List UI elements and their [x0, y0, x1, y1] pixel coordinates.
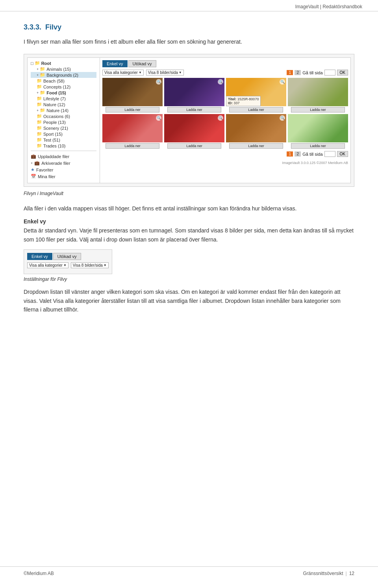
tree-item: 📁 Lifestyle (7): [31, 96, 96, 101]
thumbnail[interactable]: 🔍: [164, 114, 224, 142]
perpage-dropdown[interactable]: Visa 8 bilder/sida ▼: [146, 70, 184, 76]
tree-root: □ 📁 Root: [31, 60, 96, 66]
ok-button[interactable]: OK: [337, 70, 348, 76]
special-item-uploads: 💼 Uppladdade filer: [31, 153, 96, 160]
ss-pagination-top: 1 2 Gå till sida OK: [287, 70, 348, 76]
special-item-favorites: ★ Favoriter: [31, 166, 96, 173]
settings-tab-enkel[interactable]: Enkel vy: [27, 253, 52, 260]
zoom-icon: 🔍: [156, 79, 161, 85]
settings-tab-utokad[interactable]: Utökad vy: [53, 253, 81, 260]
page-btn-2[interactable]: 2: [295, 70, 301, 75]
zoom-icon: 🔍: [218, 79, 223, 85]
special-item-myfiles: 📅 Mina filer: [31, 173, 96, 180]
header-title: ImageVault | Redaktörshandbok: [295, 4, 362, 9]
thumbnail[interactable]: 🔍: [226, 114, 286, 142]
footer-right: Gränssnittsöversikt | 12: [303, 571, 354, 576]
tree-item: + 📁 Animals (15): [31, 66, 96, 72]
settings-caption: Inställningar för Filvy: [24, 276, 354, 282]
special-item-archived: + 💼 Arkiverade filer: [31, 160, 96, 166]
enkel-vy-heading: Enkel vy: [24, 218, 354, 225]
pagination-bottom: 1 2 Gå till sida OK: [287, 151, 348, 157]
main-screenshot: □ 📁 Root + 📁 Animals (15) + 📁 Background…: [24, 54, 354, 187]
footer-left: ©Meridium AB: [24, 571, 54, 576]
download-btn[interactable]: Ladda ner: [167, 107, 222, 112]
zoom-icon: 🔍: [156, 115, 161, 121]
section-intro: I filvyn ser man alla filer som finns i …: [24, 38, 354, 46]
download-btn[interactable]: Ladda ner: [291, 107, 345, 112]
settings-screenshot: Enkel vy Utökad vy Visa alla kategorier …: [24, 249, 112, 274]
tree-item: 📁 Nature (12): [31, 101, 96, 107]
body-p1: Alla filer i den valda mappen visas till…: [24, 204, 354, 213]
ss-sidebar: □ 📁 Root + 📁 Animals (15) + 📁 Background…: [27, 57, 100, 183]
thumbnail[interactable]: [288, 78, 348, 106]
tree-item: + 📁 Backgrounds (2): [31, 72, 96, 78]
page-btn-1-bottom[interactable]: 1: [287, 151, 293, 157]
dropdown-arrow: ▼: [104, 264, 107, 267]
page-footer: ©Meridium AB Gränssnittsöversikt | 12: [0, 566, 378, 580]
tree-item: 📁 Concepts (12): [31, 84, 96, 90]
footer-page-number: 12: [349, 571, 354, 576]
tree-item: + 📁 Nature (14): [31, 107, 96, 113]
dropdown-arrow: ▼: [179, 71, 182, 74]
image-cell: 🔍 Titel: 1525R-80070 ID: 337 Ladda ner: [226, 78, 286, 112]
image-cell: 🔍 Ladda ner: [164, 78, 224, 112]
image-cell: 🔍 Ladda ner: [102, 114, 163, 149]
dropdown-arrow: ▼: [63, 264, 67, 267]
section-number: 3.3.3.: [24, 23, 41, 31]
settings-controls: Visa alla kategorier ▼ Visa 8 bilder/sid…: [27, 262, 109, 268]
screenshot-caption: Filvyn i ImageVault: [24, 191, 354, 196]
ss-tabs: Enkel vy Utökad vy: [102, 60, 348, 67]
download-btn[interactable]: Ladda ner: [291, 143, 345, 149]
footer-right-text: Gränssnittsöversikt: [303, 571, 343, 576]
image-cell: 🔍 Ladda ner: [102, 78, 163, 112]
tree-item: 📁 Trades (10): [31, 143, 96, 149]
page-content: 3.3.3. Filvy I filvyn ser man alla filer…: [0, 11, 378, 343]
ss-fileview: Enkel vy Utökad vy Visa alla kategorier …: [100, 57, 351, 183]
goto-label: Gå till sida: [302, 70, 322, 75]
thumbnail[interactable]: 🔍: [102, 78, 163, 106]
zoom-icon: 🔍: [280, 115, 285, 121]
thumbnail[interactable]: 🔍: [164, 78, 224, 106]
settings-category-dropdown[interactable]: Visa alla kategorier ▼: [27, 262, 69, 268]
goto-input-bottom[interactable]: [324, 151, 335, 157]
thumbnail[interactable]: 🔍 Titel: 1525R-80070 ID: 337: [226, 78, 286, 106]
ss-controls: Visa alla kategorier ▼ Visa 8 bilder/sid…: [102, 70, 348, 76]
download-btn[interactable]: Ladda ner: [106, 143, 160, 149]
tab-enkel-vy[interactable]: Enkel vy: [102, 60, 128, 67]
download-btn[interactable]: Ladda ner: [106, 107, 160, 112]
tree-item: 📁 Beach (58): [31, 78, 96, 84]
tree-item: 📁 People (13): [31, 119, 96, 125]
zoom-icon: 🔍: [218, 115, 223, 121]
iv-footer: ImageVault 3.0.0.125 ©2007 Meridium AB: [102, 161, 348, 165]
page-header: ImageVault | Redaktörshandbok: [0, 0, 378, 11]
tree-item: 📁 Test (51): [31, 137, 96, 143]
settings-tabs: Enkel vy Utökad vy: [27, 253, 109, 260]
image-cell: 🔍 Ladda ner: [226, 114, 286, 149]
goto-label-bottom: Gå till sida: [302, 152, 322, 157]
tree-item: + 📁 Food (15): [31, 90, 96, 96]
ss-pagination-bottom: 1 2 Gå till sida OK: [102, 151, 348, 157]
image-cell: Ladda ner: [288, 114, 348, 149]
goto-input[interactable]: [324, 70, 335, 76]
tree-item: 📁 Scenery (21): [31, 125, 96, 131]
category-dropdown[interactable]: Visa alla kategorier ▼: [102, 70, 144, 76]
body-p2: Detta är standard vyn. Varje fil present…: [24, 226, 354, 244]
download-btn[interactable]: Ladda ner: [229, 143, 284, 149]
thumbnail[interactable]: 🔍: [102, 114, 163, 142]
download-btn[interactable]: Ladda ner: [167, 143, 222, 149]
tree-item: 📁 Sport (15): [31, 131, 96, 137]
dropdown-arrow: ▼: [139, 71, 142, 74]
image-cell: Ladda ner: [288, 78, 348, 112]
settings-perpage-dropdown[interactable]: Visa 8 bilder/sida ▼: [71, 262, 109, 268]
section-heading: Filvy: [45, 23, 61, 31]
footer-divider: |: [346, 571, 347, 576]
thumbnail[interactable]: [288, 114, 348, 142]
page-btn-2-bottom[interactable]: 2: [295, 151, 301, 157]
zoom-icon: 🔍: [280, 79, 285, 85]
download-btn[interactable]: Ladda ner: [229, 107, 284, 112]
ok-button-bottom[interactable]: OK: [337, 151, 348, 157]
image-overlay: Titel: 1525R-80070 ID: 337: [226, 96, 261, 106]
tab-utokad-vy[interactable]: Utökad vy: [128, 60, 156, 67]
page-btn-1[interactable]: 1: [287, 70, 293, 75]
body-p3: Dropdown listan till vänster anger vilke…: [24, 288, 354, 314]
